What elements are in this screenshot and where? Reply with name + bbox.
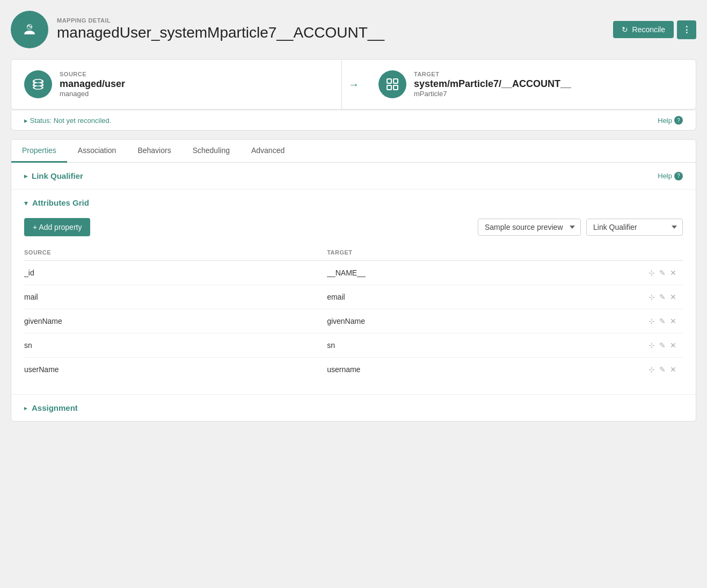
drag-icon[interactable]: ⊹ xyxy=(648,341,655,350)
svg-rect-15 xyxy=(394,79,397,83)
drag-icon[interactable]: ⊹ xyxy=(648,317,655,325)
help-link[interactable]: Help ? xyxy=(658,116,683,125)
source-info: SOURCE managed/user managed xyxy=(60,71,125,98)
link-qualifier-help[interactable]: Help ? xyxy=(658,172,683,180)
tab-behaviors[interactable]: Behaviors xyxy=(127,140,181,163)
delete-icon[interactable]: ✕ xyxy=(670,293,676,301)
status-text: ▸ Status: Not yet reconciled. xyxy=(24,117,111,125)
actions-cell: ⊹ ✎ ✕ xyxy=(617,309,683,333)
attributes-toolbar: + Add property Sample source preview Lin… xyxy=(24,214,683,236)
source-cell: mail xyxy=(24,285,320,309)
page-wrapper: MAPPING DETAIL managedUser_systemMpartic… xyxy=(0,0,707,588)
link-qualifier-title: ▸ Link Qualifier xyxy=(24,171,83,180)
source-sub: managed xyxy=(60,90,125,98)
link-qualifier-chevron: ▸ xyxy=(24,172,27,180)
delete-icon[interactable]: ✕ xyxy=(670,268,676,277)
mapping-title: managedUser_systemMparticle7__ACCOUNT__ xyxy=(57,24,384,42)
toolbar-dropdowns: Sample source preview Link Qualifier xyxy=(478,219,683,236)
reconcile-label: Reconcile xyxy=(632,25,665,34)
assignment-chevron: ▸ xyxy=(24,404,27,412)
attributes-table: SOURCE TARGET _id __NAME__ ⊹ ✎ ✕ mail xyxy=(24,245,683,381)
edit-icon[interactable]: ✎ xyxy=(659,317,666,325)
assignment-title: Assignment xyxy=(32,403,78,412)
actions-cell: ⊹ ✎ ✕ xyxy=(617,285,683,309)
target-name: system/mParticle7/__ACCOUNT__ xyxy=(414,78,571,90)
source-label: SOURCE xyxy=(60,71,125,77)
source-name: managed/user xyxy=(60,78,125,90)
table-row: userName username ⊹ ✎ ✕ xyxy=(24,358,683,382)
edit-icon[interactable]: ✎ xyxy=(659,365,666,374)
assignment-header[interactable]: ▸ Assignment xyxy=(24,403,683,412)
edit-icon[interactable]: ✎ xyxy=(659,268,666,277)
drag-icon[interactable]: ⊹ xyxy=(648,268,655,277)
delete-icon[interactable]: ✕ xyxy=(670,365,676,374)
source-target-card: SOURCE managed/user managed → xyxy=(11,59,696,110)
drag-icon[interactable]: ⊹ xyxy=(648,293,655,301)
attributes-grid-header[interactable]: ▾ Attributes Grid xyxy=(24,190,683,214)
sample-source-preview-dropdown[interactable]: Sample source preview xyxy=(478,219,581,236)
actions-cell: ⊹ ✎ ✕ xyxy=(617,358,683,382)
header-text-block: MAPPING DETAIL managedUser_systemMpartic… xyxy=(57,17,384,42)
header-left: MAPPING DETAIL managedUser_systemMpartic… xyxy=(11,11,384,48)
edit-icon[interactable]: ✎ xyxy=(659,293,666,301)
add-property-button[interactable]: + Add property xyxy=(24,218,90,236)
table-row: sn sn ⊹ ✎ ✕ xyxy=(24,333,683,358)
tab-association[interactable]: Association xyxy=(67,140,127,163)
target-label: TARGET xyxy=(414,71,571,77)
target-cell: __NAME__ xyxy=(320,260,617,285)
edit-icon[interactable]: ✎ xyxy=(659,341,666,350)
table-header-row: SOURCE TARGET xyxy=(24,245,683,260)
target-sub: mParticle7 xyxy=(414,90,571,98)
col-target-header: TARGET xyxy=(320,245,617,260)
tab-scheduling[interactable]: Scheduling xyxy=(182,140,240,163)
tab-advanced[interactable]: Advanced xyxy=(240,140,295,163)
link-qualifier-label: Link Qualifier xyxy=(32,171,83,180)
svg-rect-14 xyxy=(388,79,391,83)
link-qualifier-section[interactable]: ▸ Link Qualifier Help ? xyxy=(11,163,696,189)
svg-rect-17 xyxy=(394,86,397,89)
source-section: SOURCE managed/user managed xyxy=(11,60,342,109)
tab-content: ▸ Link Qualifier Help ? ▾ Attributes Gri… xyxy=(11,163,696,421)
link-qualifier-help-icon: ? xyxy=(674,172,683,180)
delete-icon[interactable]: ✕ xyxy=(670,317,676,325)
target-cell: username xyxy=(320,358,617,382)
status-toggle[interactable]: ▸ Status: Not yet reconciled. xyxy=(24,117,111,125)
drag-icon[interactable]: ⊹ xyxy=(648,365,655,374)
target-cell: sn xyxy=(320,333,617,358)
mapping-detail-label: MAPPING DETAIL xyxy=(57,17,384,24)
source-cell: _id xyxy=(24,260,320,285)
main-card: Properties Association Behaviors Schedul… xyxy=(11,139,696,422)
svg-point-7 xyxy=(34,80,42,83)
svg-rect-16 xyxy=(388,86,391,89)
source-icon xyxy=(24,70,52,98)
page-header: MAPPING DETAIL managedUser_systemMpartic… xyxy=(11,11,696,48)
target-info: TARGET system/mParticle7/__ACCOUNT__ mPa… xyxy=(414,71,571,98)
svg-point-9 xyxy=(34,86,42,89)
table-row: _id __NAME__ ⊹ ✎ ✕ xyxy=(24,260,683,285)
source-cell: userName xyxy=(24,358,320,382)
target-cell: givenName xyxy=(320,309,617,333)
target-section: TARGET system/mParticle7/__ACCOUNT__ mPa… xyxy=(366,60,696,109)
svg-point-8 xyxy=(34,83,42,86)
actions-cell: ⊹ ✎ ✕ xyxy=(617,260,683,285)
reconcile-icon: ↻ xyxy=(622,25,628,34)
reconcile-button[interactable]: ↻ Reconcile xyxy=(613,21,674,38)
more-options-button[interactable]: ⋮ xyxy=(677,20,696,39)
help-icon: ? xyxy=(674,116,683,125)
delete-icon[interactable]: ✕ xyxy=(670,341,676,350)
target-icon xyxy=(378,70,406,98)
header-icon xyxy=(11,11,48,48)
tab-properties[interactable]: Properties xyxy=(11,140,67,163)
link-qualifier-filter-dropdown[interactable]: Link Qualifier xyxy=(586,219,683,236)
table-row: mail email ⊹ ✎ ✕ xyxy=(24,285,683,309)
status-bar: ▸ Status: Not yet reconciled. Help ? xyxy=(11,111,696,130)
attributes-grid-title: Attributes Grid xyxy=(32,198,89,207)
assignment-section: ▸ Assignment xyxy=(11,394,696,421)
col-source-header: SOURCE xyxy=(24,245,320,260)
help-label: Help xyxy=(658,117,672,125)
col-actions-header xyxy=(617,245,683,260)
dots-icon: ⋮ xyxy=(682,25,691,34)
attributes-grid-chevron: ▾ xyxy=(24,199,28,207)
add-property-label: + Add property xyxy=(33,223,82,231)
source-cell: givenName xyxy=(24,309,320,333)
